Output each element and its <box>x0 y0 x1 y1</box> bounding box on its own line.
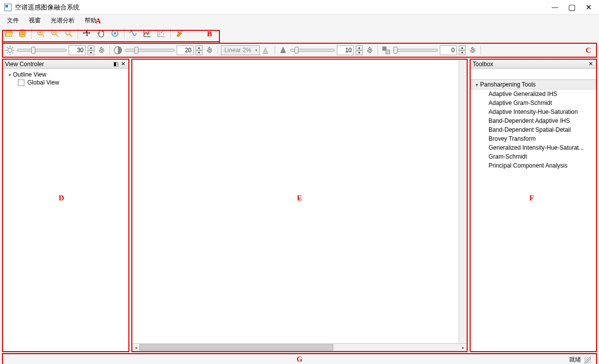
toolbox-panel: Toolbox ✕ ▾ Pansharpening Tools Adaptive… <box>470 59 597 352</box>
toolbox-item[interactable]: Band-Dependent Adaptive IHS <box>471 116 596 125</box>
svg-line-33 <box>12 52 13 54</box>
toolbox-tree: ▾ Pansharpening Tools Adaptive Generaliz… <box>471 80 596 170</box>
open-file-button[interactable] <box>2 27 15 40</box>
view-controller-panel: View Controler ◧ ✕ ▾ Outline View Global… <box>2 59 129 352</box>
svg-line-9 <box>56 34 58 37</box>
stretch-combo[interactable]: Linear 2% <box>221 45 260 55</box>
sharpen-icon <box>278 45 288 55</box>
toolbox-title: Toolbox <box>473 61 587 68</box>
brightness-reset-button[interactable] <box>97 45 106 55</box>
brightness-spinner[interactable]: ▲▼ <box>88 45 95 55</box>
transparency-reset-button[interactable] <box>468 45 478 55</box>
toolbox-category-label: Pansharpening Tools <box>480 81 536 88</box>
panel-close-button[interactable]: ✕ <box>119 61 126 67</box>
maximize-button[interactable]: ▢ <box>568 2 576 12</box>
svg-point-20 <box>159 33 160 34</box>
title-bar: 空谱遥感图像融合系统 — ▢ ✕ <box>0 0 599 15</box>
svg-point-21 <box>161 32 162 33</box>
outline-tree: ▾ Outline View Global View <box>3 69 128 89</box>
horizontal-scrollbar[interactable]: ◂ ▸ <box>132 343 467 351</box>
contrast-value[interactable]: 20 <box>177 45 194 55</box>
toolbox-item[interactable]: Adaptive Gram-Schmidt <box>471 98 596 107</box>
transparency-spinner[interactable]: ▲▼ <box>459 45 466 55</box>
menu-file[interactable]: 文件 <box>2 16 24 25</box>
brightness-value[interactable]: 30 <box>69 45 86 55</box>
menu-help[interactable]: 帮助 <box>80 16 101 25</box>
menu-spectral[interactable]: 光谱分析 <box>46 16 80 25</box>
sharpen-reset-button[interactable] <box>365 45 375 55</box>
toolbox-item[interactable]: Adaptive Generalized IHS <box>471 90 596 98</box>
region-label-C: C <box>586 46 591 55</box>
contrast-icon <box>113 45 123 55</box>
svg-line-32 <box>6 47 8 48</box>
caret-down-icon: ▾ <box>473 82 480 88</box>
transparency-icon <box>381 45 391 55</box>
menu-view[interactable]: 视窗 <box>24 16 46 25</box>
database-button[interactable] <box>16 27 29 40</box>
sharpen-slider[interactable] <box>290 49 335 52</box>
vertical-scrollbar[interactable] <box>459 60 467 343</box>
svg-point-24 <box>159 31 160 32</box>
main-toolbar <box>0 26 599 41</box>
outline-child[interactable]: Global View <box>18 79 125 87</box>
target-button[interactable] <box>108 27 121 40</box>
spectral-plot-button[interactable] <box>141 27 154 40</box>
sharpen-value[interactable]: 10 <box>337 45 354 55</box>
minimize-button[interactable]: — <box>552 3 558 11</box>
window-title: 空谱遥感图像融合系统 <box>15 3 552 12</box>
svg-point-22 <box>162 31 163 32</box>
view-controller-title: View Controler <box>5 61 112 68</box>
toolbox-item[interactable]: Generalized Intensity-Hue-Saturat... <box>471 143 596 152</box>
toolbox-item[interactable]: Adaptive Intensity-Hue-Saturation <box>471 107 596 116</box>
outline-root[interactable]: ▾ Outline View <box>6 71 125 79</box>
toolbox-item[interactable]: Principal Component Analysis <box>471 161 596 170</box>
svg-point-27 <box>8 48 12 52</box>
toolbox-item[interactable]: Band-Dependent Spatial-Detail <box>471 125 596 134</box>
toolbox-item[interactable]: Gram-Schmidt <box>471 152 596 161</box>
spectral-curve-button[interactable] <box>127 27 140 40</box>
svg-line-12 <box>70 34 72 37</box>
toolbox-item[interactable]: Brovey Transform <box>471 134 596 143</box>
svg-point-13 <box>87 33 88 34</box>
contrast-slider[interactable] <box>125 49 175 52</box>
svg-line-5 <box>42 34 44 37</box>
scatter-plot-button[interactable] <box>155 27 168 40</box>
toolbox-category[interactable]: ▾ Pansharpening Tools <box>471 80 596 90</box>
close-button[interactable]: ✕ <box>586 3 592 12</box>
zoom-in-button[interactable] <box>34 27 47 40</box>
svg-line-34 <box>6 52 8 54</box>
status-bar: G 就绪 <box>3 354 596 364</box>
svg-line-35 <box>12 47 13 48</box>
zoom-fit-button[interactable] <box>62 27 75 40</box>
global-view-checkbox[interactable] <box>18 80 24 86</box>
app-icon <box>4 3 12 11</box>
brightness-slider[interactable] <box>17 49 67 52</box>
region-label-F: F <box>529 194 534 202</box>
status-text: 就绪 <box>569 356 581 364</box>
region-label-G: G <box>297 355 302 364</box>
zoom-out-button[interactable] <box>48 27 61 40</box>
histogram-icon <box>262 45 272 55</box>
menu-bar: 文件 视窗 光谱分析 帮助 <box>0 15 599 26</box>
transparency-value[interactable]: 0 <box>440 45 457 55</box>
svg-rect-1 <box>5 5 8 7</box>
svg-point-23 <box>163 34 164 35</box>
svg-point-15 <box>114 32 116 35</box>
contrast-reset-button[interactable] <box>204 45 214 55</box>
contrast-spinner[interactable]: ▲▼ <box>196 45 202 55</box>
image-viewport[interactable]: ◂ ▸ E <box>131 59 468 352</box>
sharpen-spinner[interactable]: ▲▼ <box>356 45 363 55</box>
menubar-toolbar-region: 文件 视窗 光谱分析 帮助 A B <box>0 15 599 41</box>
panel-pin-button[interactable]: ◧ <box>112 61 119 67</box>
adjust-bar: 30 ▲▼ 20 ▲▼ Linear 2% 10 ▲▼ 0 ▲▼ C <box>3 44 596 57</box>
brightness-icon <box>5 45 15 55</box>
svg-rect-38 <box>386 50 390 54</box>
toolbox-close-button[interactable]: ✕ <box>587 61 594 67</box>
settings-button[interactable] <box>173 27 186 40</box>
pan-move-button[interactable] <box>81 27 94 40</box>
region-label-D: D <box>59 194 64 202</box>
hand-pan-button[interactable] <box>95 27 107 40</box>
region-label-E: E <box>297 194 302 202</box>
resize-grip[interactable] <box>584 357 591 364</box>
transparency-slider[interactable] <box>393 49 438 52</box>
